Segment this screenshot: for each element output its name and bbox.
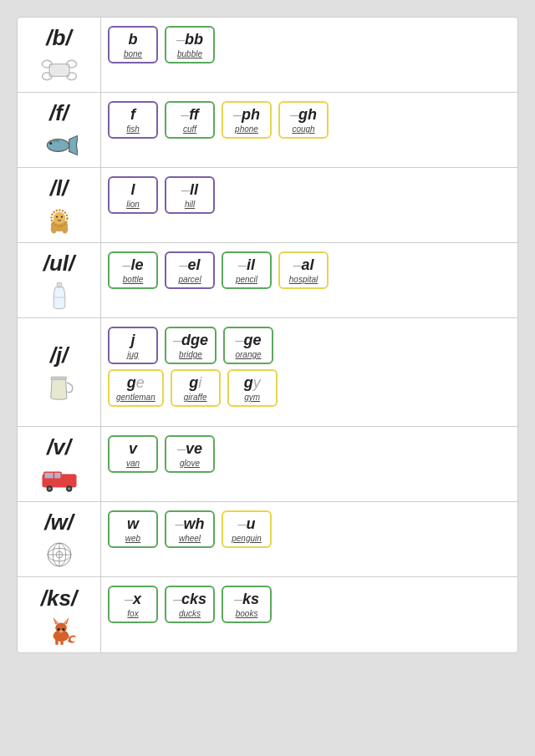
card-dge-bridge: –dge bridge	[165, 327, 217, 364]
spelling-ge-soft: ge	[127, 374, 145, 392]
word-ducks: ducks	[179, 609, 201, 618]
spelling-v: v	[129, 440, 137, 458]
word-hill: hill	[185, 200, 195, 209]
word-giraffe: giraffe	[184, 393, 207, 402]
card-le-bottle: –le bottle	[108, 251, 158, 289]
spelling-ge: –ge	[236, 332, 262, 349]
cards-col-l: l lion –ll hill	[101, 168, 517, 242]
svg-point-13	[60, 216, 62, 218]
sound-label-w: /w/	[44, 510, 74, 535]
svg-marker-7	[69, 135, 77, 155]
row-j: /j/ j jug –dge bridge –ge orange	[18, 318, 517, 427]
svg-point-26	[67, 487, 70, 490]
spelling-l: l	[130, 181, 135, 199]
card-f-fish: f fish	[108, 101, 158, 139]
row-ks: /ks/	[18, 577, 517, 652]
jug-icon	[41, 373, 78, 402]
svg-point-14	[50, 225, 56, 233]
spelling-dge: –dge	[173, 332, 208, 349]
card-ge-orange: –ge orange	[223, 327, 273, 364]
spelling-gy: gy	[244, 374, 261, 392]
row-w: /w/ w web –wh wheel –u penguin	[18, 502, 517, 577]
sound-col-v: /v/	[18, 427, 101, 501]
sound-col-ul: /ul/	[18, 243, 101, 317]
spelling-gi: gi	[189, 374, 201, 392]
card-w-web: w web	[108, 510, 158, 548]
word-parcel: parcel	[178, 275, 201, 284]
card-v-van: v van	[108, 435, 158, 473]
card-j-jug: j jug	[108, 327, 158, 364]
spelling-wh: –wh	[175, 515, 204, 533]
svg-rect-18	[50, 377, 66, 379]
spelling-b: b	[129, 31, 138, 48]
cards-col-b: b bone –bb bubble	[101, 18, 517, 92]
spelling-j: j	[130, 332, 135, 349]
spelling-ff: –ff	[181, 106, 199, 124]
cards-col-v: v van –ve glove	[101, 427, 517, 501]
svg-point-8	[49, 142, 52, 145]
sound-col-w: /w/	[18, 502, 101, 576]
svg-rect-21	[44, 473, 53, 479]
sound-col-j: /j/	[18, 318, 101, 426]
lion-icon	[41, 206, 78, 235]
row-f: /f/ f fish –ff cuff –ph phone –gh	[18, 93, 517, 168]
spelling-al: –al	[293, 256, 313, 274]
spelling-u: –u	[237, 515, 255, 533]
van-icon	[41, 465, 78, 494]
row-v: /v/ v van –ve glove	[18, 427, 517, 502]
word-phone: phone	[235, 124, 258, 134]
bottle-icon	[41, 282, 78, 310]
spelling-el: –el	[179, 256, 200, 274]
word-bottle: bottle	[123, 275, 143, 284]
word-bone: bone	[124, 49, 142, 58]
word-fish: fish	[126, 124, 140, 134]
svg-point-42	[70, 637, 76, 641]
word-wheel: wheel	[179, 534, 201, 543]
svg-rect-5	[50, 65, 68, 75]
cards-col-j: j jug –dge bridge –ge orange ge gentlema…	[101, 318, 517, 426]
card-l-lion: l lion	[108, 176, 158, 214]
word-gym: gym	[244, 393, 260, 402]
card-x-fox: –x fox	[108, 586, 158, 623]
word-gentleman: gentleman	[116, 393, 155, 402]
svg-rect-43	[55, 639, 58, 645]
word-orange: orange	[235, 350, 261, 359]
card-ve-glove: –ve glove	[165, 435, 215, 473]
word-glove: glove	[180, 459, 200, 468]
sound-col-ks: /ks/	[18, 577, 101, 652]
spelling-il: –il	[238, 256, 255, 274]
cards-col-w: w web –wh wheel –u penguin	[101, 502, 517, 576]
word-pencil: pencil	[236, 275, 257, 284]
fish-icon	[41, 131, 78, 160]
word-cough: cough	[292, 124, 314, 134]
sound-label-f: /f/	[49, 100, 69, 126]
card-ge-gentleman: ge gentleman	[108, 369, 164, 407]
spelling-ph: –ph	[233, 106, 260, 124]
sound-label-j: /j/	[50, 342, 69, 368]
card-ph-phone: –ph phone	[222, 101, 272, 139]
card-ks-books: –ks books	[222, 586, 272, 623]
word-bubble: bubble	[177, 49, 202, 58]
card-gi-giraffe: gi giraffe	[171, 369, 221, 407]
web-icon	[41, 540, 78, 569]
sound-label-ks: /ks/	[41, 586, 77, 611]
spelling-w: w	[127, 515, 139, 533]
spelling-ve: –ve	[177, 440, 202, 458]
sound-label-l: /l/	[50, 175, 69, 201]
svg-point-15	[61, 225, 67, 233]
word-cuff: cuff	[183, 124, 196, 134]
sound-col-b: /b/	[18, 18, 101, 92]
word-hospital: hospital	[289, 275, 318, 284]
svg-point-12	[55, 216, 57, 218]
spelling-ll: –ll	[181, 181, 198, 199]
card-cks-ducks: –cks ducks	[165, 586, 215, 623]
spelling-ks: –ks	[234, 591, 259, 608]
word-web: web	[125, 534, 140, 543]
main-page: /b/ b bone –bb bubble /f/	[17, 17, 518, 653]
svg-point-10	[53, 212, 65, 225]
svg-point-24	[48, 487, 51, 490]
spelling-cks: –cks	[173, 591, 206, 608]
sound-col-l: /l/	[18, 168, 101, 242]
cards-col-ul: –le bottle –el parcel –il pencil –al hos…	[101, 243, 517, 317]
row-ul: /ul/ –le bottle –el parcel –il pencil –a…	[18, 243, 517, 318]
